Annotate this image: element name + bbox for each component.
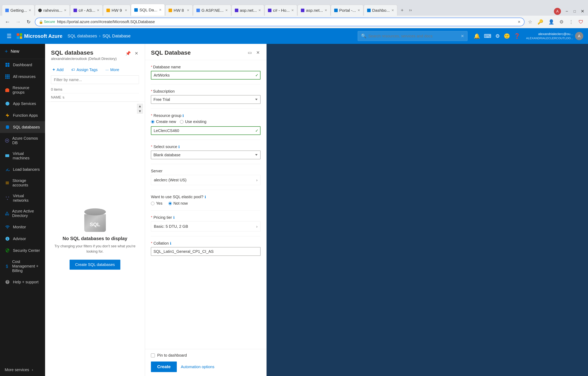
tab-aspnet[interactable]: asp.net... ✕ <box>232 5 264 16</box>
sidebar-item-all-resources[interactable]: All resources <box>0 71 45 83</box>
tab-getting[interactable]: Getting... ✕ <box>2 5 34 16</box>
breadcrumb-sql-databases[interactable]: SQL databases <box>68 33 97 39</box>
clear-address-icon[interactable]: ✕ <box>518 20 521 24</box>
create-new-radio[interactable] <box>151 120 154 124</box>
sidebar-item-storage-accounts[interactable]: Storage accounts <box>0 175 45 190</box>
user-info[interactable]: alexandrialeclerc@ou... ALEXANDRIALECLER… <box>526 32 583 40</box>
col-name-header[interactable]: NAME ⇅ <box>51 95 65 99</box>
tab-sqldb[interactable]: SQL Da... ✕ <box>131 4 165 16</box>
tab-hw9[interactable]: HW 9 ✕ <box>103 5 130 16</box>
new-tab-button[interactable]: + <box>398 5 407 16</box>
cloud-shell-button[interactable]: ⌨ <box>483 32 492 40</box>
sidebar-item-azure-cosmos[interactable]: Azure Cosmos DB <box>0 133 45 148</box>
database-name-input[interactable] <box>151 71 260 80</box>
extensions-icon[interactable]: 🔑 <box>536 18 545 25</box>
search-clear-icon[interactable]: ✕ <box>461 34 464 38</box>
more-services-button[interactable]: More services › <box>0 364 45 376</box>
elastic-pool-no-radio[interactable] <box>168 202 172 205</box>
assign-tags-button[interactable]: 🏷 Assign Tags <box>70 67 99 73</box>
sql-cylinder-label: SQL <box>90 221 100 228</box>
pricing-tier-info-icon[interactable]: ℹ <box>173 215 175 220</box>
sidebar-item-dashboard[interactable]: Dashboard <box>0 59 45 71</box>
rg-info-icon[interactable]: ℹ <box>182 114 184 118</box>
sql-panel-close-button[interactable]: ✕ <box>134 50 139 57</box>
sidebar-item-security-center[interactable]: Security Center <box>0 245 45 256</box>
tab-hw8[interactable]: HW 8 ✕ <box>165 5 193 16</box>
svg-rect-4 <box>5 74 6 76</box>
reload-button[interactable]: ↻ <box>24 18 33 26</box>
select-source-select[interactable]: Blank database Sample (AdventureWorksLT)… <box>151 151 260 159</box>
ad-block-icon[interactable]: 🛡 <box>577 18 585 25</box>
elastic-pool-yes-radio[interactable] <box>151 202 154 205</box>
more-actions-button[interactable]: ··· More <box>104 67 121 73</box>
tab-csharp[interactable]: c# - AS... ✕ <box>70 5 103 16</box>
form-close-button[interactable]: ✕ <box>255 49 260 56</box>
collation-info-icon[interactable]: ℹ <box>170 241 171 246</box>
scroll-down-button[interactable]: ▼ <box>137 109 143 114</box>
back-button[interactable]: ← <box>3 18 12 26</box>
select-source-info-icon[interactable]: ℹ <box>178 145 180 149</box>
add-button[interactable]: + Add <box>51 66 65 73</box>
settings-button[interactable]: ⚙ <box>494 32 501 40</box>
tab-csho[interactable]: c# - Ho... ✕ <box>265 5 297 16</box>
filter-input[interactable] <box>51 75 139 84</box>
sidebar-item-load-balancers[interactable]: Load balancers <box>0 164 45 175</box>
sidebar-item-monitor[interactable]: Monitor <box>0 221 45 233</box>
pricing-tier-value: Basic: 5 DTU, 2 GB <box>154 224 188 229</box>
automation-options-button[interactable]: Automation options <box>181 365 214 369</box>
user-text: alexandrialeclerc@ou... ALEXANDRIALECLER… <box>526 32 573 40</box>
create-new-radio-option[interactable]: Create new <box>151 119 176 124</box>
sidebar-item-help-support[interactable]: Help + support <box>0 276 45 288</box>
create-button[interactable]: Create <box>151 362 177 372</box>
sql-panel-pin-button[interactable]: 📌 <box>125 50 131 57</box>
close-window-button[interactable]: ✕ <box>579 8 586 15</box>
tab-rahevins[interactable]: rahevins... ✕ <box>35 5 70 16</box>
new-button[interactable]: + New <box>0 44 45 59</box>
elastic-pool-info-icon[interactable]: ℹ <box>205 195 206 199</box>
tab-aspnet2[interactable]: asp.net... ✕ <box>298 5 330 16</box>
help-button[interactable]: ❓ <box>513 32 521 40</box>
settings-menu-icon[interactable]: ⋮ <box>567 18 575 25</box>
sidebar-item-resource-groups[interactable]: Resource groups <box>0 83 45 98</box>
tab-dashbo[interactable]: Dashbo... ✕ <box>364 5 397 16</box>
sidebar-item-azure-active-directory[interactable]: Azure Active Directory <box>0 206 45 221</box>
create-sql-databases-button[interactable]: Create SQL databases <box>70 260 120 270</box>
elastic-pool-no-option[interactable]: Not now <box>168 201 188 206</box>
sidebar-item-app-services[interactable]: App Services <box>0 98 45 109</box>
sidebar-item-advisor[interactable]: Advisor <box>0 233 45 245</box>
sidebar-item-function-apps[interactable]: Function Apps <box>0 109 45 121</box>
subscription-select[interactable]: Free Trial <box>151 95 260 104</box>
use-existing-radio-option[interactable]: Use existing <box>180 119 206 124</box>
use-existing-radio[interactable] <box>180 120 183 124</box>
sync-icon[interactable]: ⚙ <box>558 18 565 25</box>
feedback-button[interactable]: 🙂 <box>502 32 511 40</box>
pin-to-dashboard-checkbox[interactable] <box>151 354 155 357</box>
resource-group-input[interactable] <box>151 126 260 135</box>
search-input[interactable] <box>368 34 459 38</box>
server-selector[interactable]: aleclerc (West US) › <box>151 175 260 185</box>
sidebar-item-virtual-networks[interactable]: Virtual networks <box>0 190 45 206</box>
azure-logo-text: Microsoft Azure <box>24 33 63 39</box>
elastic-pool-yes-option[interactable]: Yes <box>151 201 162 206</box>
sidebar-item-label-storage-accounts: Storage accounts <box>12 178 40 188</box>
tab-portal[interactable]: Portal -... ✕ <box>331 5 363 16</box>
maximize-window-button[interactable]: □ <box>571 8 578 15</box>
forward-button[interactable]: → <box>14 18 22 26</box>
app-services-icon <box>5 101 10 106</box>
search-bar[interactable]: 🔍 ✕ <box>358 31 468 41</box>
user-signed-in-icon[interactable]: 👤 <box>547 18 556 25</box>
collation-input[interactable] <box>151 247 260 256</box>
address-bar[interactable]: 🔒 Secure https://portal.azure.com/#creat… <box>35 18 524 26</box>
sidebar-item-sql-databases[interactable]: SQL databases <box>0 121 45 133</box>
tab-gaspnet[interactable]: G ASP.NE... ✕ <box>193 5 231 16</box>
form-minimize-button[interactable]: ▭ <box>247 49 253 56</box>
minimize-window-button[interactable]: − <box>563 8 570 15</box>
hamburger-menu-button[interactable]: ☰ <box>5 32 13 41</box>
tab-overflow[interactable]: ›› <box>407 5 414 16</box>
sidebar-item-cost-management[interactable]: Cost Management + Billing <box>0 256 45 276</box>
notifications-button[interactable]: 🔔 <box>472 32 481 40</box>
pricing-tier-selector[interactable]: Basic: 5 DTU, 2 GB › <box>151 221 260 231</box>
bookmark-icon[interactable]: ☆ <box>526 18 534 25</box>
sidebar-item-virtual-machines[interactable]: Virtual machines <box>0 148 45 164</box>
scroll-up-button[interactable]: ▲ <box>137 104 143 108</box>
